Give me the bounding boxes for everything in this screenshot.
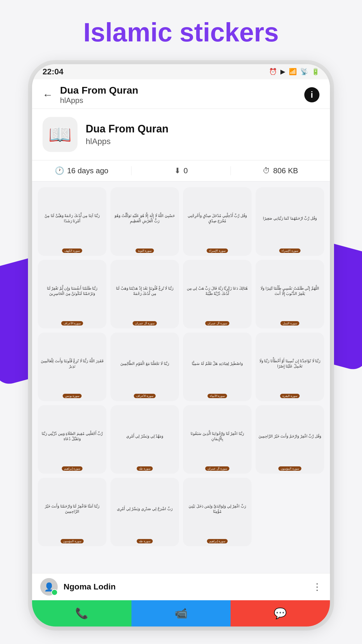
- status-icons: ⏰ ▶ 📶 📡 🔋: [269, 68, 319, 76]
- stat-date: 🕐 16 days ago: [32, 166, 131, 175]
- sticker-item[interactable]: رَّبِّ أَجْعَلْنِي مُقِيمَ الصَّلَاةِ وَ…: [38, 405, 106, 474]
- wifi-icon: 📡: [300, 68, 308, 76]
- sticker-arabic-text: وَقُل رَّبِّ اغْفِرْ وَارْحَمْ وَأَنتَ خ…: [259, 408, 321, 465]
- sticker-item[interactable]: حَسْبِيَ اللَّهُ لَا إِلَٰهَ إِلَّا هُوَ…: [110, 187, 179, 256]
- status-bar: 22:04 ⏰ ▶ 📶 📡 🔋: [32, 64, 330, 79]
- play-icon: ▶: [280, 68, 285, 76]
- sticker-arabic-text: رَبَّنَا آتِنَا مِن لَّدُنكَ رَحْمَةً وَ…: [41, 190, 103, 247]
- sticker-arabic-text: رَبَّنَا اغْفِرْ لَنَا وَلِإِخْوَانِنَا …: [186, 408, 249, 465]
- sticker-source-label: سورة البقرة: [280, 394, 300, 398]
- header-subtitle: hlApps: [60, 96, 297, 105]
- sticker-item[interactable]: رَبَّنَا اغْفِرْ لَنَا وَلِإِخْوَانِنَا …: [183, 405, 252, 474]
- sticker-source-label: سورة آل عمران: [133, 321, 157, 326]
- phone-frame: 22:04 ⏰ ▶ 📶 📡 🔋 ← Dua From Quran hlApps …: [32, 64, 330, 626]
- sticker-item[interactable]: رَبَّنَا لَا تَجْعَلْنَا مَعَ الْقَوْمِ …: [110, 332, 179, 401]
- sticker-arabic-text: رَبِّ اغْفِرْ لِي وَلِوَالِدَيَّ وَلِمَن…: [186, 481, 249, 537]
- sticker-arabic-text: اللَّهُمَّ إِنِّي ظَلَمْتُ نَفْسِي ظُلْم…: [259, 263, 321, 319]
- app-info-name: Dua From Quran: [86, 123, 168, 135]
- sticker-item[interactable]: رَبَّنَا آمَنَّا فَاغْفِرْ لَنَا وَارْحَ…: [38, 478, 106, 546]
- sticker-arabic-text: رَّبِّ أَجْعَلْنِي مُقِيمَ الصَّلَاةِ وَ…: [41, 408, 103, 465]
- battery-icon: 🔋: [312, 68, 319, 76]
- sticker-item[interactable]: وَاصْطَبِرْ لِعِبَادَتِهِ هَلْ تَعْلَمُ …: [183, 332, 252, 401]
- sticker-source-label: سورة طه: [137, 466, 153, 471]
- stat-size-text: 806 KB: [273, 166, 298, 175]
- message-button[interactable]: 💬: [231, 600, 330, 626]
- sticker-item[interactable]: هُنَالِكَ دَعَا زَكَرِيَّا رَبَّهُ قَالَ…: [183, 260, 252, 328]
- app-info-text: Dua From Quran hlApps: [86, 123, 168, 146]
- sticker-source-label: سورة الأنبياء: [208, 394, 227, 398]
- app-header: ← Dua From Quran hlApps i: [32, 79, 330, 109]
- sticker-item[interactable]: وَقُل رَّبِّ ارْحَمْهُمَا كَمَا رَبَّيَا…: [256, 187, 324, 256]
- clock-icon: 🕐: [55, 166, 64, 175]
- sticker-source-label: سورة الكهف: [62, 249, 82, 253]
- stat-size: ⏱ 806 KB: [231, 166, 330, 175]
- sticker-source-label: سورة الأعراف: [134, 394, 156, 398]
- sticker-arabic-text: رَبَّنَا لَا تَجْعَلْنَا مَعَ الْقَوْمِ …: [120, 335, 169, 392]
- stat-downloads: ⬇ 0: [131, 166, 231, 175]
- avatar-badge: [51, 589, 58, 596]
- page-title: Islamic stickers: [0, 18, 362, 48]
- sticker-arabic-text: هُنَالِكَ دَعَا زَكَرِيَّا رَبَّهُ قَالَ…: [186, 263, 249, 319]
- sticker-source-label: سورة الإسراء: [279, 249, 301, 253]
- sticker-item[interactable]: اللَّهُمَّ إِنِّي ظَلَمْتُ نَفْسِي ظُلْم…: [256, 260, 324, 328]
- sticker-arabic-text: وَمَهِّدْ لِي وَيَسِّرْ لِي أَمْرِي: [126, 408, 163, 465]
- sticker-source-label: سورة آل عمران: [205, 466, 229, 471]
- sticker-arabic-text: رَبَّنَا ظَلَمْنَا أَنفُسَنَا وَإِن لَّم…: [41, 263, 103, 319]
- sticker-source-label: سورة المؤمنون: [61, 539, 84, 543]
- sticker-source-label: سورة آل عمران: [205, 321, 229, 326]
- sticker-item[interactable]: رَبَّنَا لَا تُزِغْ قُلُوبَنَا بَعْدَ إِ…: [110, 260, 179, 328]
- sticker-arabic-text: وَقُل رَّبِّ أَدْخِلْنِي مُدْخَلَ صِدْقٍ…: [186, 190, 249, 247]
- sticker-source-label: سورة النمل: [280, 321, 299, 326]
- video-button[interactable]: 📹: [131, 600, 231, 626]
- sticker-source-label: سورة المؤمنون: [278, 466, 301, 471]
- sticker-source-label: سورة الإسراء: [207, 249, 228, 253]
- app-info-section: 📖 Dua From Quran hlApps: [32, 109, 330, 160]
- app-info-developer: hlApps: [86, 137, 168, 146]
- sticker-source-label: سورة الأعراف: [61, 321, 83, 326]
- sticker-source-label: سورة التوبة: [136, 249, 154, 253]
- alarm-icon: ⏰: [269, 68, 277, 76]
- avatar: 👤: [40, 578, 58, 596]
- sticker-arabic-text: رَبِّ اشْرَحْ لِي صَدْرِي وَيَسِّرْ لِي …: [117, 481, 173, 537]
- sticker-item[interactable]: رَبِّ اغْفِرْ لِي وَلِوَالِدَيَّ وَلِمَن…: [183, 478, 252, 546]
- stat-date-text: 16 days ago: [67, 166, 108, 175]
- header-text: Dua From Quran hlApps: [60, 85, 297, 105]
- sticker-item[interactable]: رَبَّنَا آتِنَا مِن لَّدُنكَ رَحْمَةً وَ…: [38, 187, 106, 256]
- sticker-item[interactable]: فَقَدِرَ اللَّهُ رَبُّنَا لَا تُزِغْ قُل…: [38, 332, 106, 401]
- status-time: 22:04: [43, 67, 64, 76]
- sticker-item[interactable]: وَقُل رَّبِّ اغْفِرْ وَارْحَمْ وَأَنتَ خ…: [256, 405, 324, 474]
- download-icon: ⬇: [174, 166, 181, 175]
- sticker-arabic-text: فَقَدِرَ اللَّهُ رَبُّنَا لَا تُزِغْ قُل…: [41, 335, 103, 392]
- sticker-arabic-text: رَبَّنَا آمَنَّا فَاغْفِرْ لَنَا وَارْحَ…: [41, 481, 103, 537]
- sticker-grid: رَبَّنَا آتِنَا مِن لَّدُنكَ رَحْمَةً وَ…: [38, 187, 324, 546]
- bottom-actions: 📞 📹 💬: [32, 600, 330, 626]
- sticker-item[interactable]: رَبَّنَا لَا تُؤَاخِذْنَا إِن نَّسِينَا …: [256, 332, 324, 401]
- more-options-button[interactable]: ⋮: [312, 581, 322, 592]
- sticker-arabic-text: وَاصْطَبِرْ لِعِبَادَتِهِ هَلْ تَعْلَمُ …: [192, 335, 242, 392]
- stats-bar: 🕐 16 days ago ⬇ 0 ⏱ 806 KB: [32, 160, 330, 181]
- sticker-arabic-text: رَبَّنَا لَا تُزِغْ قُلُوبَنَا بَعْدَ إِ…: [113, 263, 176, 319]
- sticker-grid-container[interactable]: رَبَّنَا آتِنَا مِن لَّدُنكَ رَحْمَةً وَ…: [32, 181, 330, 573]
- sticker-item[interactable]: وَقُل رَّبِّ أَدْخِلْنِي مُدْخَلَ صِدْقٍ…: [183, 187, 252, 256]
- stat-downloads-text: 0: [184, 166, 188, 175]
- bottom-username: Ngoma Lodin: [64, 582, 307, 592]
- sticker-source-label: سورة يونس: [63, 394, 82, 398]
- back-button[interactable]: ←: [43, 89, 53, 101]
- call-button[interactable]: 📞: [32, 600, 131, 626]
- app-icon: 📖: [43, 117, 78, 152]
- sticker-source-label: سورة إبراهيم: [207, 539, 228, 543]
- signal-icon: 📶: [289, 68, 297, 76]
- sticker-item[interactable]: رَبَّنَا ظَلَمْنَا أَنفُسَنَا وَإِن لَّم…: [38, 260, 106, 328]
- call-icon: 📞: [75, 607, 88, 620]
- size-icon: ⏱: [263, 166, 270, 175]
- sticker-arabic-text: حَسْبِيَ اللَّهُ لَا إِلَٰهَ إِلَّا هُوَ…: [113, 190, 176, 247]
- sticker-item[interactable]: رَبِّ اشْرَحْ لِي صَدْرِي وَيَسِّرْ لِي …: [110, 478, 179, 546]
- message-icon: 💬: [274, 607, 287, 620]
- info-button[interactable]: i: [304, 87, 319, 102]
- header-title: Dua From Quran: [60, 85, 297, 96]
- sticker-arabic-text: وَقُل رَّبِّ ارْحَمْهُمَا كَمَا رَبَّيَا…: [263, 190, 317, 247]
- sticker-item[interactable]: وَمَهِّدْ لِي وَيَسِّرْ لِي أَمْرِي سورة…: [110, 405, 179, 474]
- app-icon-emoji: 📖: [48, 124, 72, 146]
- sticker-source-label: سورة إبراهيم: [62, 466, 83, 471]
- sticker-source-label: سورة طه: [137, 539, 153, 543]
